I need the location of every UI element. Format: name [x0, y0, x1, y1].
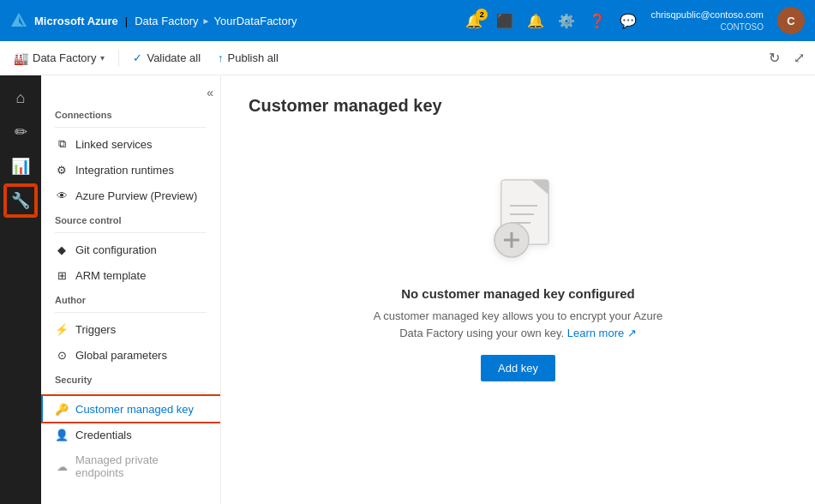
user-org: CONTOSO	[650, 21, 764, 33]
icon-sidebar: ⌂ ✏ 📊 🔧	[0, 75, 41, 504]
publish-all-label: Publish all	[228, 51, 279, 64]
factory-icon: 🏭	[14, 51, 28, 65]
triggers-item[interactable]: ⚡ Triggers	[41, 316, 220, 342]
author-divider	[55, 312, 207, 313]
azure-purview-label: Azure Purview (Preview)	[75, 189, 197, 202]
expand-icon[interactable]: ⤢	[790, 46, 808, 69]
empty-illustration	[467, 167, 570, 273]
source-control-divider	[55, 232, 207, 233]
main-layout: ⌂ ✏ 📊 🔧 « Connections ⧉ Linked services …	[0, 75, 815, 504]
triggers-icon: ⚡	[55, 322, 69, 336]
toolbar-divider-1	[118, 50, 119, 67]
security-divider	[55, 392, 207, 393]
integration-runtimes-label: Integration runtimes	[75, 164, 174, 177]
key-illustration	[467, 167, 570, 270]
toolbar-right: ↻ ⤢	[765, 46, 808, 69]
customer-managed-key-label: Customer managed key	[75, 403, 194, 416]
settings-icon[interactable]: ⚙️	[558, 13, 575, 29]
empty-title: No customer managed key configured	[401, 286, 635, 301]
arm-template-label: ARM template	[75, 269, 146, 282]
author-header: Author	[41, 288, 220, 309]
dropdown-chevron-icon: ▾	[100, 53, 105, 63]
azure-purview-item[interactable]: 👁 Azure Purview (Preview)	[41, 183, 220, 208]
panel-collapse: «	[41, 82, 220, 103]
linked-services-item[interactable]: ⧉ Linked services	[41, 131, 220, 157]
triggers-label: Triggers	[75, 323, 116, 336]
arm-template-item[interactable]: ⊞ ARM template	[41, 262, 220, 288]
feedback-icon[interactable]: 💬	[620, 13, 637, 29]
validate-all-button[interactable]: ✓ Validate all	[126, 48, 207, 68]
cloud-icon[interactable]: ⬛	[496, 13, 513, 29]
git-configuration-item[interactable]: ◆ Git configuration	[41, 237, 220, 262]
publish-icon: ↑	[218, 51, 224, 64]
add-key-button[interactable]: Add key	[481, 355, 555, 381]
credentials-icon: 👤	[55, 428, 69, 441]
linked-services-label: Linked services	[75, 138, 153, 151]
breadcrumb-item-2[interactable]: YourDataFactory	[213, 15, 297, 27]
validate-icon: ✓	[133, 51, 142, 64]
top-bar: Microsoft Azure | Data Factory ► YourDat…	[0, 0, 815, 41]
left-panel: « Connections ⧉ Linked services ⚙ Integr…	[41, 75, 221, 504]
content-area: Customer managed key	[221, 75, 815, 504]
arm-icon: ⊞	[55, 268, 69, 282]
empty-state: No customer managed key configured A cus…	[249, 167, 788, 381]
managed-private-endpoints-label: Managed private endpoints	[75, 453, 207, 479]
brand-label: Microsoft Azure	[34, 15, 118, 27]
linked-services-icon: ⧉	[55, 137, 69, 151]
source-control-header: Source control	[41, 208, 220, 229]
cmk-icon: 🔑	[55, 402, 69, 416]
breadcrumb: Data Factory ► YourDataFactory	[135, 15, 297, 27]
integration-runtimes-item[interactable]: ⚙ Integration runtimes	[41, 157, 220, 183]
breadcrumb-separator: |	[125, 15, 128, 27]
publish-all-button[interactable]: ↑ Publish all	[211, 48, 285, 68]
notifications-icon[interactable]: 🔔 2	[465, 13, 482, 29]
purview-icon: 👁	[55, 189, 69, 202]
global-parameters-item[interactable]: ⊙ Global parameters	[41, 342, 220, 368]
connections-divider	[55, 127, 207, 128]
global-parameters-label: Global parameters	[75, 349, 167, 362]
credentials-item[interactable]: 👤 Credentials	[41, 422, 220, 447]
private-endpoints-icon: ☁	[55, 459, 69, 473]
refresh-icon[interactable]: ↻	[765, 46, 783, 69]
topbar-icons: 🔔 2 ⬛ 🔔 ⚙️ ❓ 💬 chrisqpublic@contoso.com …	[465, 7, 805, 34]
nav-manage-icon[interactable]: 🔧	[5, 185, 36, 216]
nav-pencil-icon[interactable]: ✏	[5, 117, 36, 147]
user-email: chrisqpublic@contoso.com	[650, 9, 764, 21]
credentials-label: Credentials	[75, 429, 132, 441]
data-factory-label: Data Factory	[33, 51, 96, 64]
validate-all-label: Validate all	[147, 51, 201, 64]
customer-managed-key-item[interactable]: 🔑 Customer managed key	[41, 396, 220, 422]
nav-monitor-icon[interactable]: 📊	[5, 151, 36, 182]
toolbar: 🏭 Data Factory ▾ ✓ Validate all ↑ Publis…	[0, 41, 815, 75]
breadcrumb-chevron: ►	[202, 16, 211, 26]
nav-home-icon[interactable]: ⌂	[5, 82, 36, 113]
learn-more-link[interactable]: Learn more ↗	[567, 327, 637, 339]
git-configuration-label: Git configuration	[75, 243, 157, 256]
git-icon: ◆	[55, 243, 69, 256]
empty-description: A customer managed key allows you to enc…	[373, 308, 664, 341]
managed-private-endpoints-item: ☁ Managed private endpoints	[41, 447, 220, 485]
notification-badge: 2	[476, 9, 488, 21]
avatar[interactable]: C	[777, 7, 805, 34]
user-info: chrisqpublic@contoso.com CONTOSO	[650, 9, 764, 32]
breadcrumb-item-1[interactable]: Data Factory	[135, 15, 198, 27]
security-header: Security	[41, 368, 220, 388]
bell-icon[interactable]: 🔔	[527, 13, 544, 29]
help-icon[interactable]: ❓	[589, 13, 606, 29]
integration-runtimes-icon: ⚙	[55, 163, 69, 177]
data-factory-dropdown[interactable]: 🏭 Data Factory ▾	[7, 48, 111, 69]
global-params-icon: ⊙	[55, 348, 69, 362]
brand: Microsoft Azure	[10, 12, 118, 29]
connections-header: Connections	[41, 103, 220, 123]
collapse-icon[interactable]: «	[207, 86, 213, 99]
azure-icon	[10, 12, 27, 29]
page-title: Customer managed key	[249, 96, 788, 116]
